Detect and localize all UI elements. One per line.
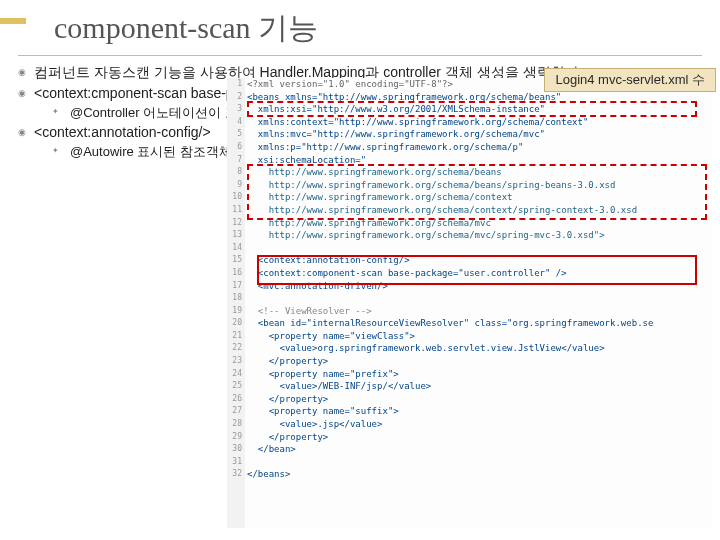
code-content: <?xml version="1.0" encoding="UTF-8"?><b… [247, 78, 713, 481]
code-editor: 1234567891011121314151617181920212223242… [227, 78, 713, 528]
slide-title: component-scan 기능 [18, 6, 702, 56]
slide: component-scan 기능 컴퍼넌트 자동스캔 기능을 사용하여 Han… [0, 0, 720, 172]
bullet-3-text: <context:annotation-config/> [34, 124, 211, 140]
filename-callout: Login4 mvc-servlet.xml 수 [544, 68, 716, 92]
code-gutter: 1234567891011121314151617181920212223242… [227, 78, 245, 528]
